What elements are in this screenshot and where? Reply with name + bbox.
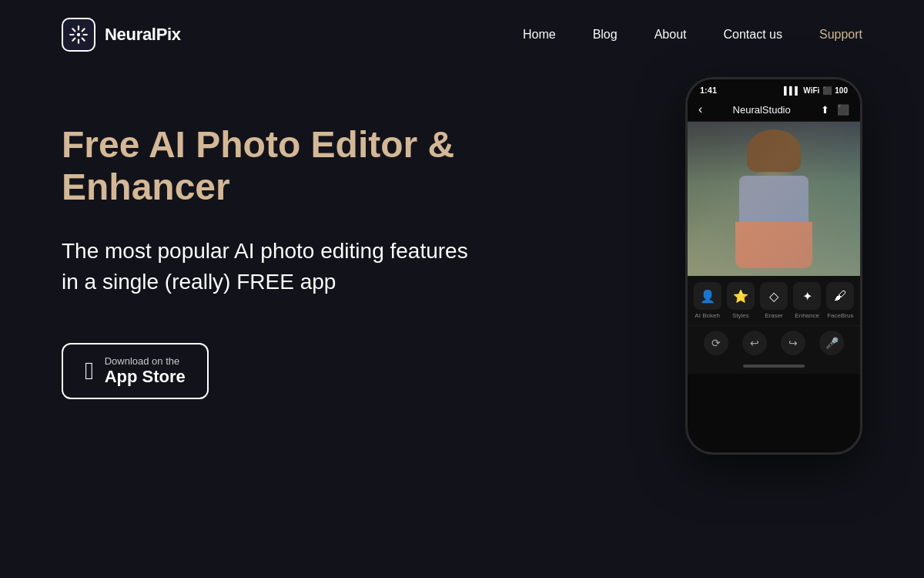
tool-eraser[interactable]: ◇ Eraser xyxy=(760,282,788,319)
svg-line-6 xyxy=(82,39,85,41)
app-store-text: Download on the App Store xyxy=(105,355,186,387)
facebrush-label: FaceBrus xyxy=(827,312,853,319)
phone-more-icon[interactable]: ⬛ xyxy=(837,104,849,116)
phone-tools-row: 👤 AI Bokeh ⭐ Styles ◇ Eraser ✦ Enhance xyxy=(691,282,857,319)
phone-header-icons: ⬆ ⬛ xyxy=(821,104,849,116)
nav-about[interactable]: About xyxy=(654,28,687,42)
phone-toolbar: 👤 AI Bokeh ⭐ Styles ◇ Eraser ✦ Enhance xyxy=(688,276,860,325)
phone-share-icon[interactable]: ⬆ xyxy=(821,104,829,116)
photo-overlay xyxy=(688,122,860,276)
app-store-button[interactable]:  Download on the App Store xyxy=(62,343,209,399)
tool-styles[interactable]: ⭐ Styles xyxy=(727,282,755,319)
phone-battery-icon: ⬛ xyxy=(822,86,832,95)
phone-bottom-actions: ⟳ ↩ ↪ 🎤 xyxy=(688,325,860,360)
phone-status-right: ▌▌▌ WiFi ⬛ 100 xyxy=(784,86,848,95)
phone-signal-icon: ▌▌▌ xyxy=(784,86,800,95)
main-content: Free AI Photo Editor & Enhancer The most… xyxy=(0,69,924,578)
svg-line-7 xyxy=(82,29,85,31)
tool-enhance[interactable]: ✦ Enhance xyxy=(793,282,821,319)
logo-text: NeuralPix xyxy=(105,25,181,45)
styles-label: Styles xyxy=(732,312,749,319)
hero-subtitle: The most popular AI photo editing featur… xyxy=(62,236,477,296)
logo-icon xyxy=(62,18,95,52)
hero-title: Free AI Photo Editor & Enhancer xyxy=(62,123,524,208)
svg-line-8 xyxy=(72,39,75,41)
phone-mockup-container: 1:41 ▌▌▌ WiFi ⬛ 100 ‹ NeuralStudio ⬆ ⬛ xyxy=(685,77,862,455)
enhance-icon: ✦ xyxy=(793,282,821,310)
nav-contact-link[interactable]: Contact us xyxy=(723,28,782,41)
enhance-label: Enhance xyxy=(795,312,819,319)
facebrush-icon: 🖌 xyxy=(826,282,854,310)
redo-icon[interactable]: ↪ xyxy=(781,331,805,355)
nav-home[interactable]: Home xyxy=(523,28,556,42)
phone-home-bar xyxy=(688,360,860,374)
svg-point-0 xyxy=(77,33,80,36)
neuralpix-icon xyxy=(69,25,89,45)
logo-area: NeuralPix xyxy=(62,18,181,52)
phone-back-icon[interactable]: ‹ xyxy=(698,102,702,116)
phone-app-title: NeuralStudio xyxy=(733,104,791,116)
header: NeuralPix Home Blog About Contact us Sup… xyxy=(0,0,924,69)
history-icon[interactable]: ⟳ xyxy=(704,331,728,355)
svg-line-5 xyxy=(72,29,75,31)
support-button[interactable]: Support xyxy=(819,28,862,42)
tool-ai-bokeh[interactable]: 👤 AI Bokeh xyxy=(694,282,721,319)
phone-wifi-icon: WiFi xyxy=(803,86,819,95)
nav-blog-link[interactable]: Blog xyxy=(593,28,618,41)
eraser-label: Eraser xyxy=(765,312,783,319)
phone-app-header: ‹ NeuralStudio ⬆ ⬛ xyxy=(688,98,860,122)
undo-icon[interactable]: ↩ xyxy=(742,331,767,355)
app-store-small-text: Download on the xyxy=(105,355,180,367)
nav-home-link[interactable]: Home xyxy=(523,28,556,41)
eraser-icon: ◇ xyxy=(760,282,788,310)
phone-image-area xyxy=(688,122,860,276)
tool-facebrush[interactable]: 🖌 FaceBrus xyxy=(826,282,854,319)
phone-mockup: 1:41 ▌▌▌ WiFi ⬛ 100 ‹ NeuralStudio ⬆ ⬛ xyxy=(685,77,862,455)
nav-about-link[interactable]: About xyxy=(654,28,687,41)
app-store-large-text: App Store xyxy=(105,367,186,387)
phone-battery-level: 100 xyxy=(835,86,848,95)
styles-icon: ⭐ xyxy=(727,282,755,310)
mic-icon[interactable]: 🎤 xyxy=(819,331,844,355)
apple-icon:  xyxy=(85,358,94,383)
main-nav: Home Blog About Contact us Support xyxy=(523,28,862,42)
phone-time: 1:41 xyxy=(700,86,717,95)
nav-blog[interactable]: Blog xyxy=(593,28,618,42)
ai-bokeh-icon: 👤 xyxy=(694,282,721,310)
ai-bokeh-label: AI Bokeh xyxy=(695,312,719,319)
home-indicator xyxy=(743,365,805,368)
nav-contact[interactable]: Contact us xyxy=(723,28,782,42)
phone-status-bar: 1:41 ▌▌▌ WiFi ⬛ 100 xyxy=(688,79,860,98)
